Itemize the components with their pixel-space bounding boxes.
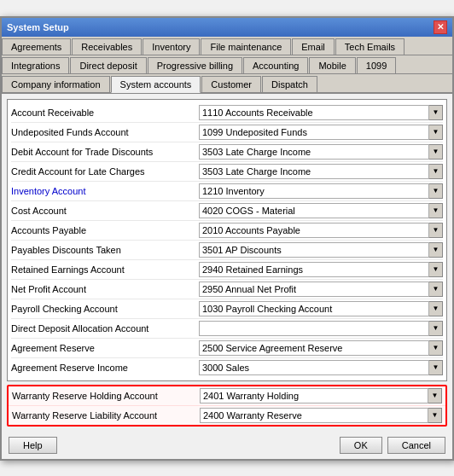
help-button[interactable]: Help xyxy=(9,437,57,454)
account-label: Cost Account xyxy=(11,206,199,216)
account-value[interactable]: 2940 Retained Earnings xyxy=(199,262,429,277)
account-label: Warranty Reserve Holding Account xyxy=(12,391,200,401)
ok-button[interactable]: OK xyxy=(340,437,382,454)
account-value[interactable]: 3503 Late Charge Income xyxy=(199,144,429,160)
footer-right: OK Cancel xyxy=(340,437,445,454)
account-value[interactable]: 1210 Inventory xyxy=(199,183,429,199)
table-row: Credit Account for Late Charges 3503 Lat… xyxy=(11,162,443,182)
accounts-panel: Account Receivable 1110 Accounts Receiva… xyxy=(7,99,447,381)
account-value[interactable]: 2500 Service Agreement Reserve xyxy=(199,340,429,356)
account-label: Net Profit Account xyxy=(11,284,199,294)
account-label: Inventory Account xyxy=(11,186,199,196)
table-row: Debit Account for Trade Discounts 3503 L… xyxy=(11,142,443,162)
close-button[interactable]: ✕ xyxy=(434,20,447,34)
tab-dispatch[interactable]: Dispatch xyxy=(262,76,317,92)
dropdown-button[interactable]: ▼ xyxy=(429,203,443,218)
account-value-wrap: 2950 Annual Net Profit ▼ xyxy=(199,282,443,297)
system-setup-window: System Setup ✕ Agreements Receivables In… xyxy=(0,16,454,461)
account-label: Agreement Reserve xyxy=(11,343,199,353)
dropdown-button[interactable]: ▼ xyxy=(429,262,443,277)
dropdown-button[interactable]: ▼ xyxy=(429,282,443,297)
dropdown-button[interactable]: ▼ xyxy=(429,183,443,199)
dropdown-button[interactable]: ▼ xyxy=(429,125,443,140)
table-row: Account Receivable 1110 Accounts Receiva… xyxy=(11,103,443,123)
table-row: Warranty Reserve Liability Account 2400 … xyxy=(9,406,445,425)
dropdown-button[interactable]: ▼ xyxy=(429,242,443,258)
table-row: Agreement Reserve 2500 Service Agreement… xyxy=(11,339,443,358)
table-row: Accounts Payable 2010 Accounts Payable ▼ xyxy=(11,221,443,241)
account-value[interactable]: 2950 Annual Net Profit xyxy=(199,282,429,297)
account-value-wrap: 2940 Retained Earnings ▼ xyxy=(199,262,443,277)
dropdown-button[interactable]: ▼ xyxy=(428,388,442,403)
account-value-wrap: 2500 Service Agreement Reserve ▼ xyxy=(199,340,443,356)
account-value[interactable]: 3000 Sales xyxy=(199,360,429,375)
table-row: Inventory Account 1210 Inventory ▼ xyxy=(11,182,443,201)
account-value-wrap: 3503 Late Charge Income ▼ xyxy=(199,164,443,179)
title-bar: System Setup ✕ xyxy=(2,18,452,37)
table-row: Payroll Checking Account 1030 Payroll Ch… xyxy=(11,299,443,319)
dropdown-button[interactable]: ▼ xyxy=(429,321,443,336)
account-label: Debit Account for Trade Discounts xyxy=(11,147,199,157)
account-value-wrap: 1110 Accounts Receivable ▼ xyxy=(199,105,443,120)
window-title: System Setup xyxy=(7,22,69,32)
account-label: Payables Discounts Taken xyxy=(11,245,199,255)
account-value[interactable]: 2401 Warranty Holding xyxy=(200,388,428,403)
account-value-wrap: 3000 Sales ▼ xyxy=(199,360,443,375)
tab-email[interactable]: Email xyxy=(292,38,335,55)
account-value-wrap: ▼ xyxy=(199,321,443,336)
tab-customer[interactable]: Customer xyxy=(201,76,261,92)
account-label: Warranty Reserve Liability Account xyxy=(12,410,200,421)
tab-file-maintenance[interactable]: File maintenance xyxy=(201,38,291,55)
account-value[interactable]: 3501 AP Discounts xyxy=(199,242,429,258)
account-value-wrap: 1099 Undeposited Funds ▼ xyxy=(199,125,443,140)
tab-progressive-billing[interactable]: Progressive billing xyxy=(148,57,242,73)
account-value[interactable]: 4020 COGS - Material xyxy=(199,203,429,218)
table-row: Undeposited Funds Account 1099 Undeposit… xyxy=(11,123,443,142)
account-value[interactable]: 1110 Accounts Receivable xyxy=(199,105,429,120)
account-value-wrap: 3503 Late Charge Income ▼ xyxy=(199,144,443,160)
dropdown-button[interactable]: ▼ xyxy=(428,408,442,423)
tab-mobile[interactable]: Mobile xyxy=(309,57,355,73)
tab-integrations[interactable]: Integrations xyxy=(2,57,69,73)
account-label: Credit Account for Late Charges xyxy=(11,166,199,177)
table-row: Agreement Reserve Income 3000 Sales ▼ xyxy=(11,358,443,377)
dropdown-button[interactable]: ▼ xyxy=(429,144,443,160)
account-value[interactable]: 1099 Undeposited Funds xyxy=(199,125,429,140)
tab-1099[interactable]: 1099 xyxy=(357,57,396,73)
table-row: Retained Earnings Account 2940 Retained … xyxy=(11,260,443,280)
account-label: Account Receivable xyxy=(11,107,199,118)
account-label: Undeposited Funds Account xyxy=(11,127,199,137)
account-value[interactable]: 1030 Payroll Checking Account xyxy=(199,301,429,316)
dropdown-button[interactable]: ▼ xyxy=(429,360,443,375)
table-row: Direct Deposit Allocation Account ▼ xyxy=(11,319,443,339)
dropdown-button[interactable]: ▼ xyxy=(429,301,443,316)
account-label: Payroll Checking Account xyxy=(11,304,199,314)
table-row: Payables Discounts Taken 3501 AP Discoun… xyxy=(11,241,443,260)
tab-tech-emails[interactable]: Tech Emails xyxy=(335,38,405,55)
account-value[interactable]: 3503 Late Charge Income xyxy=(199,164,429,179)
account-label: Accounts Payable xyxy=(11,225,199,235)
tab-accounting[interactable]: Accounting xyxy=(243,57,308,73)
dropdown-button[interactable]: ▼ xyxy=(429,164,443,179)
tab-receivables[interactable]: Receivables xyxy=(72,38,142,55)
account-value-wrap: 2400 Warranty Reserve ▼ xyxy=(200,408,442,423)
dropdown-button[interactable]: ▼ xyxy=(429,105,443,120)
account-value-wrap: 3501 AP Discounts ▼ xyxy=(199,242,443,258)
account-value[interactable] xyxy=(199,321,429,336)
highlighted-warranty-section: Warranty Reserve Holding Account 2401 Wa… xyxy=(7,385,447,427)
account-value[interactable]: 2400 Warranty Reserve xyxy=(200,408,428,423)
account-label: Direct Deposit Allocation Account xyxy=(11,323,199,334)
dropdown-button[interactable]: ▼ xyxy=(429,223,443,238)
tab-agreements[interactable]: Agreements xyxy=(2,38,71,55)
cancel-button[interactable]: Cancel xyxy=(387,437,445,454)
table-row: Cost Account 4020 COGS - Material ▼ xyxy=(11,201,443,221)
dropdown-button[interactable]: ▼ xyxy=(429,340,443,356)
tab-direct-deposit[interactable]: Direct deposit xyxy=(70,57,146,73)
account-label: Agreement Reserve Income xyxy=(11,363,199,373)
tab-inventory[interactable]: Inventory xyxy=(143,38,200,55)
content-area: Account Receivable 1110 Accounts Receiva… xyxy=(2,94,452,432)
footer: Help OK Cancel xyxy=(2,432,452,459)
tab-company-info[interactable]: Company information xyxy=(2,76,110,92)
tab-system-accounts[interactable]: System accounts xyxy=(111,76,201,93)
account-value[interactable]: 2010 Accounts Payable xyxy=(199,223,429,238)
